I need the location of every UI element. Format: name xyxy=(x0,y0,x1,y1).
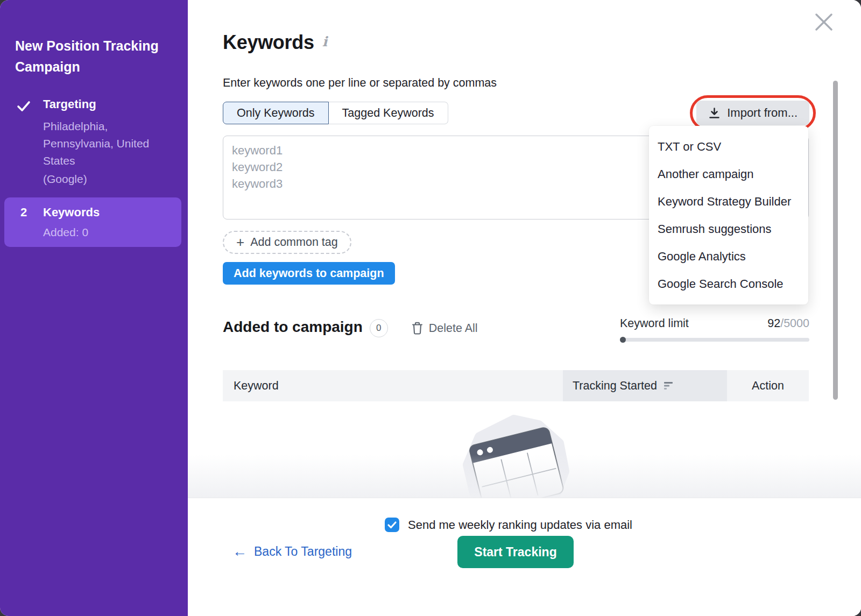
added-count-badge: 0 xyxy=(370,319,388,337)
add-common-tag-label: Add common tag xyxy=(250,236,338,249)
email-optin-checkbox[interactable] xyxy=(385,518,399,532)
back-to-targeting-label: Back To Targeting xyxy=(254,544,352,559)
menu-item-semrush-suggestions[interactable]: Semrush suggestions xyxy=(649,215,808,243)
start-tracking-button[interactable]: Start Tracking xyxy=(457,536,574,568)
add-common-tag-button[interactable]: + Add common tag xyxy=(223,231,351,254)
keywords-panel: Keywordsi Enter keywords one per line or… xyxy=(188,0,861,616)
arrow-left-icon: ← xyxy=(232,544,247,559)
import-from-button[interactable]: Import from... xyxy=(696,101,809,125)
delete-all-button[interactable]: Delete All xyxy=(412,322,478,335)
menu-item-another-campaign[interactable]: Another campaign xyxy=(649,160,808,188)
keywords-mode-tabs: Only Keywords Tagged Keywords xyxy=(223,102,448,124)
keyword-limit-progressbar xyxy=(620,338,809,342)
targeting-engine-summary: (Google) xyxy=(43,173,87,186)
download-icon xyxy=(708,107,721,119)
step-number: 2 xyxy=(20,206,27,220)
delete-all-label: Delete All xyxy=(429,322,478,335)
sort-icon xyxy=(664,381,673,390)
sidebar-step-keywords[interactable]: 2 Keywords Added: 0 xyxy=(4,197,181,247)
import-from-label: Import from... xyxy=(727,106,798,120)
keyword-limit-total: /5000 xyxy=(780,317,809,330)
added-to-campaign-header: Added to campaign 0 Delete All xyxy=(223,317,478,337)
email-optin-label: Send me weekly ranking updates via email xyxy=(408,518,632,532)
modal-footer: Send me weekly ranking updates via email… xyxy=(188,498,861,616)
keywords-added-count: Added: 0 xyxy=(43,226,88,239)
added-to-campaign-title: Added to campaign xyxy=(223,318,363,336)
add-keywords-to-campaign-button[interactable]: Add keywords to campaign xyxy=(223,262,395,285)
back-to-targeting-link[interactable]: ← Back To Targeting xyxy=(232,544,352,559)
tab-tagged-keywords[interactable]: Tagged Keywords xyxy=(329,102,448,124)
menu-item-txt-csv[interactable]: TXT or CSV xyxy=(649,133,808,160)
keywords-hint: Enter keywords one per line or separated… xyxy=(223,76,497,90)
new-campaign-modal: New Position Tracking Campaign Targeting… xyxy=(0,0,861,616)
page-title: Keywordsi xyxy=(223,31,327,54)
targeting-location-summary: Philadelphia, Pennsylvania, United State… xyxy=(43,118,171,169)
step-complete-check-icon xyxy=(17,99,31,113)
keyword-limit-used: 92 xyxy=(767,317,780,330)
plus-icon: + xyxy=(236,235,244,249)
info-icon[interactable]: i xyxy=(322,34,327,49)
campaign-title: New Position Tracking Campaign xyxy=(15,36,179,77)
column-header-tracking-started[interactable]: Tracking Started xyxy=(563,370,727,401)
campaign-steps-sidebar: New Position Tracking Campaign Targeting… xyxy=(0,0,188,616)
keyword-limit-progress-dot xyxy=(620,337,626,343)
menu-item-google-analytics[interactable]: Google Analytics xyxy=(649,243,808,270)
sidebar-step-targeting[interactable]: Targeting xyxy=(43,97,96,111)
trash-icon xyxy=(412,322,423,335)
checkmark-icon xyxy=(387,521,397,529)
keyword-limit-value: 92/5000 xyxy=(767,317,809,330)
menu-item-keyword-strategy-builder[interactable]: Keyword Strategy Builder xyxy=(649,188,808,215)
keyword-limit: Keyword limit 92/5000 xyxy=(620,317,809,342)
keywords-table-header: Keyword Tracking Started Action xyxy=(223,370,809,401)
import-from-menu: TXT or CSV Another campaign Keyword Stra… xyxy=(649,126,808,305)
email-optin[interactable]: Send me weekly ranking updates via email xyxy=(385,518,632,532)
column-header-keyword: Keyword xyxy=(223,370,563,401)
keyword-limit-label: Keyword limit xyxy=(620,317,689,330)
vertical-scrollbar-thumb[interactable] xyxy=(833,81,838,400)
menu-item-google-search-console[interactable]: Google Search Console xyxy=(649,270,808,298)
tab-only-keywords[interactable]: Only Keywords xyxy=(223,102,329,124)
column-header-action: Action xyxy=(727,370,809,401)
step-keywords-label: Keywords xyxy=(43,206,100,220)
content-fade xyxy=(188,455,861,498)
close-icon[interactable] xyxy=(814,12,834,32)
